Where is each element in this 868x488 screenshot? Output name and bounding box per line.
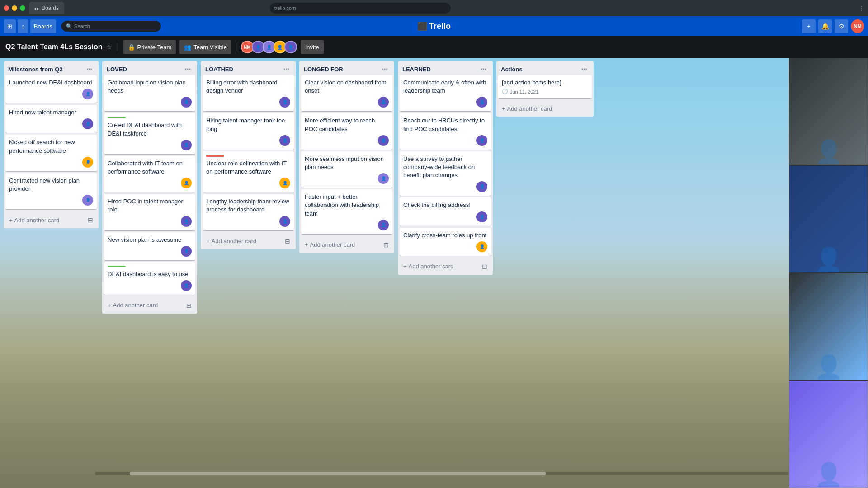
list-learned: LEARNED ··· Communicate early & often wi… (398, 61, 493, 275)
card-footer: 👤 (403, 135, 487, 146)
add-card-longed-for[interactable]: + Add another card ⊟ (301, 239, 392, 251)
horizontal-scrollbar[interactable] (95, 472, 789, 475)
card-footer: 👤 (305, 173, 389, 184)
settings-button[interactable]: ⚙ (835, 19, 848, 33)
card-text: Reach out to HBCUs directly to find POC … (403, 117, 487, 133)
card-loved-2[interactable]: Co-led DE&I dashboard with DE&I taskforc… (104, 113, 195, 154)
video-panel-1: 👤 (789, 58, 868, 165)
card-footer: 👤 (9, 118, 93, 129)
list-cards-loved: Got broad input on vision plan needs 👤 C… (102, 75, 197, 298)
card-loathed-2[interactable]: Hiring talent manager took too long 👤 (203, 113, 294, 149)
add-card-loathed[interactable]: + Add another card ⊟ (203, 235, 294, 248)
list-menu-longed-for[interactable]: ··· (380, 65, 390, 73)
address-bar[interactable]: trello.com (270, 3, 451, 14)
board-header: Q2 Talent Team 4Ls Session ☆ 🔒 Private T… (0, 36, 868, 58)
card-learned-3[interactable]: Use a survey to gather company-wide feed… (400, 151, 491, 196)
browser-menu-icon[interactable]: ⋮ (858, 5, 864, 12)
list-header-loathed: LOATHED ··· (201, 61, 296, 75)
list-longed-for: LONGED FOR ··· Clear vision on dashboard… (299, 61, 394, 253)
card-longed-4[interactable]: Faster input + better collaboration with… (301, 189, 392, 234)
header-divider-2 (237, 42, 237, 52)
add-card-loved[interactable]: + Add another card ⊟ (104, 299, 195, 312)
archive-icon[interactable]: ⊟ (482, 263, 487, 270)
notifications-button[interactable]: 🔔 (818, 19, 832, 33)
board-title[interactable]: Q2 Talent Team 4Ls Session (5, 43, 103, 51)
member-avatar-4[interactable]: 👤 (284, 41, 297, 53)
card-loved-3[interactable]: Collaborated with IT team on performance… (104, 156, 195, 192)
card-text: New vision plan is awesome (108, 236, 192, 244)
add-button[interactable]: + (802, 19, 816, 33)
card-milestone-3[interactable]: Kicked off search for new performance so… (5, 135, 97, 171)
list-actions: Actions ··· [add action items here] 🕐 Ju… (496, 61, 594, 117)
video-panel-4: 👤 (789, 380, 868, 488)
user-initials: NM (854, 23, 861, 29)
card-longed-3[interactable]: More seamless input on vision plan needs… (301, 151, 392, 188)
add-label: Add another card (212, 238, 257, 244)
card-loved-6[interactable]: DE&I dashboard is easy to use 👤 (104, 262, 195, 295)
private-team-button[interactable]: 🔒 Private Team (123, 40, 176, 54)
card-loved-4[interactable]: Hired POC in talent manager role 👤 (104, 194, 195, 230)
card-loved-5[interactable]: New vision plan is awesome 👤 (104, 232, 195, 260)
add-card-milestones[interactable]: + Add another card ⊟ (5, 214, 97, 226)
archive-icon[interactable]: ⊟ (88, 216, 93, 224)
list-menu-loved[interactable]: ··· (183, 65, 193, 73)
card-footer: 👤 (305, 220, 389, 230)
list-title-loved: LOVED (107, 66, 127, 73)
team-visible-button[interactable]: 👥 Team Visible (179, 40, 231, 54)
card-label-green (108, 117, 126, 118)
card-loathed-3[interactable]: Unclear role delineation with IT on perf… (203, 151, 294, 192)
archive-icon[interactable]: ⊟ (383, 241, 389, 249)
invite-button[interactable]: Invite (301, 40, 324, 54)
maximize-dot[interactable] (20, 5, 25, 11)
card-longed-1[interactable]: Clear vision on dashboard from onset 👤 (301, 75, 392, 111)
card-avatar: 👤 (181, 246, 192, 257)
browser-tab[interactable]: ⚏ Boards (29, 2, 64, 14)
card-text: DE&I dashboard is easy to use (108, 270, 192, 278)
card-milestone-4[interactable]: Contracted new vision plan provider 👤 (5, 173, 97, 209)
minimize-dot[interactable] (12, 5, 17, 11)
card-avatar: 👤 (279, 178, 290, 188)
card-learned-4[interactable]: Check the billing address! 👤 (400, 197, 491, 225)
add-card-actions[interactable]: + Add another card (498, 103, 592, 115)
search-bar[interactable]: 🔍 Search (61, 21, 161, 32)
card-avatar: 👤 (378, 135, 389, 146)
search-icon: 🔍 (66, 23, 72, 29)
archive-icon[interactable]: ⊟ (285, 238, 290, 245)
card-loathed-1[interactable]: Billing error with dashboard design vend… (203, 75, 294, 111)
card-action-1[interactable]: [add action items here] 🕐 Jun 11, 2021 (498, 75, 592, 98)
star-button[interactable]: ☆ (106, 43, 112, 51)
list-cards-longed-for: Clear vision on dashboard from onset 👤 M… (299, 75, 394, 238)
card-text: More efficient way to reach POC candidat… (305, 117, 389, 133)
card-learned-5[interactable]: Clarify cross-team roles up front 👤 (400, 228, 491, 256)
card-learned-2[interactable]: Reach out to HBCUs directly to find POC … (400, 113, 491, 149)
card-avatar: 👤 (378, 173, 389, 184)
close-dot[interactable] (4, 5, 9, 11)
search-placeholder: Search (74, 23, 90, 29)
add-card-learned[interactable]: + Add another card ⊟ (400, 260, 491, 273)
apps-button[interactable]: ⊞ (4, 19, 16, 33)
list-menu-actions[interactable]: ··· (580, 65, 589, 73)
card-loved-1[interactable]: Got broad input on vision plan needs 👤 (104, 75, 195, 111)
card-avatar: 👤 (181, 280, 192, 291)
user-avatar[interactable]: NM (851, 19, 864, 33)
list-menu-milestones[interactable]: ··· (85, 65, 94, 73)
list-header-loved: LOVED ··· (102, 61, 197, 75)
list-cards-learned: Communicate early & often with leadershi… (398, 75, 493, 259)
card-footer: 👤 (108, 97, 192, 108)
card-milestone-2[interactable]: Hired new talent manager 👤 (5, 105, 97, 133)
scrollbar-thumb[interactable] (130, 472, 546, 475)
card-footer: 👤 (9, 195, 93, 206)
list-menu-learned[interactable]: ··· (479, 65, 488, 73)
archive-icon[interactable]: ⊟ (186, 302, 192, 309)
list-title-longed-for: LONGED FOR (304, 66, 343, 73)
home-button[interactable]: ⌂ (18, 19, 28, 33)
card-longed-2[interactable]: More efficient way to reach POC candidat… (301, 113, 392, 149)
card-footer: 👤 (108, 280, 192, 291)
list-menu-loathed[interactable]: ··· (282, 65, 291, 73)
boards-button[interactable]: Boards (30, 19, 56, 33)
card-footer: 👤 (108, 216, 192, 227)
card-learned-1[interactable]: Communicate early & often with leadershi… (400, 75, 491, 111)
card-loathed-4[interactable]: Lengthy leadership team review process f… (203, 194, 294, 230)
card-milestone-1[interactable]: Launched new DE&I dashboard 👤 (5, 75, 97, 103)
video-silhouette-2: 👤 (789, 246, 868, 272)
